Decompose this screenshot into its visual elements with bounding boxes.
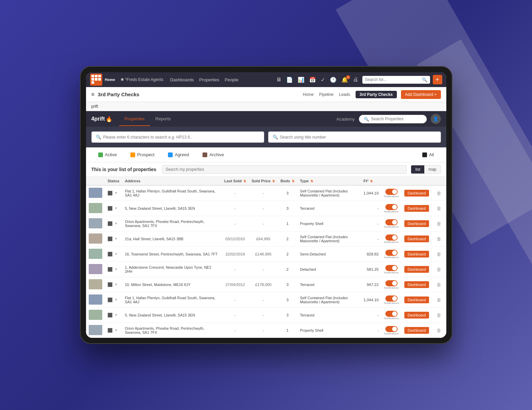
delete-icon[interactable]: 🗑 bbox=[434, 205, 443, 212]
nav-link-properties[interactable]: Properties bbox=[199, 77, 219, 82]
delete-icon[interactable]: 🗑 bbox=[434, 266, 443, 273]
dashboard-button[interactable]: Dashboard bbox=[404, 312, 429, 319]
filter-agreed[interactable]: Agreed bbox=[161, 147, 196, 162]
add-button[interactable]: + bbox=[433, 75, 442, 84]
col-sold-price[interactable]: Sold Price ⇅ bbox=[249, 177, 278, 185]
delete-icon[interactable]: 🗑 bbox=[434, 327, 443, 334]
cell-type: Property Shell bbox=[297, 323, 361, 338]
dashboard-button[interactable]: Dashboard bbox=[404, 235, 429, 242]
nav-link-dashboards[interactable]: Dashboards bbox=[170, 77, 194, 82]
delete-icon[interactable]: 🗑 bbox=[434, 190, 443, 197]
cell-beds: 3 bbox=[278, 308, 297, 323]
cell-dashboard: Dashboard bbox=[402, 262, 432, 277]
top-nav: Home ✱ *Freds Estate Agents Dashboards P… bbox=[86, 72, 446, 87]
cell-sqft: - bbox=[361, 216, 381, 231]
notifications-toggle[interactable] bbox=[385, 280, 398, 286]
status-arrow-icon: ▼ bbox=[114, 191, 118, 195]
list-search-input[interactable] bbox=[166, 167, 403, 172]
sec-nav-3rdparty[interactable]: 3rd Party Checks bbox=[356, 91, 397, 98]
filter-active-label: Active bbox=[105, 152, 117, 157]
dashboard-button[interactable]: Dashboard bbox=[404, 281, 429, 288]
delete-icon[interactable]: 🗑 bbox=[434, 251, 443, 258]
list-view-button[interactable]: list bbox=[411, 165, 424, 173]
tab-reports[interactable]: Reports bbox=[150, 112, 176, 126]
dashboard-button[interactable]: Dashboard bbox=[404, 327, 429, 334]
dashboard-button[interactable]: Dashboard bbox=[404, 220, 429, 227]
properties-table-container[interactable]: Status Address Last Sold ⇅ Sold Price ⇅ … bbox=[86, 177, 446, 338]
document-icon[interactable]: 📄 bbox=[286, 77, 293, 83]
clock-icon[interactable]: 🕐 bbox=[330, 77, 337, 83]
sec-nav-links: Home Pipeline Leads 3rd Party Checks bbox=[303, 91, 397, 98]
sec-nav-title: 3rd Party Checks bbox=[98, 91, 140, 97]
menu-icon[interactable]: ≡ bbox=[91, 91, 94, 98]
sec-nav-leads[interactable]: Leads bbox=[339, 92, 350, 97]
filter-prospect[interactable]: Prospect bbox=[124, 147, 161, 162]
notifications-toggle[interactable] bbox=[385, 234, 398, 241]
check-icon[interactable]: ✓ bbox=[321, 77, 325, 83]
cell-sqft: - bbox=[361, 201, 381, 216]
cell-beds: 3 bbox=[278, 292, 297, 308]
monitor-icon[interactable]: 🖥 bbox=[276, 77, 281, 83]
nav-link-people[interactable]: People bbox=[225, 77, 238, 82]
notifications-toggle[interactable] bbox=[385, 204, 398, 210]
delete-icon[interactable]: 🗑 bbox=[434, 235, 443, 242]
map-view-button[interactable]: map bbox=[424, 165, 440, 173]
tab-properties[interactable]: Properties bbox=[119, 112, 150, 126]
calendar-icon[interactable]: 📅 bbox=[309, 77, 316, 83]
col-address[interactable]: Address bbox=[122, 177, 221, 185]
prift-bar: prift bbox=[86, 102, 446, 111]
cell-notifications: Notifications bbox=[381, 247, 402, 262]
dashboard-button[interactable]: Dashboard bbox=[404, 296, 429, 303]
table-row: ▼ Orion Apartments, Phoebe Road, Pentrec… bbox=[86, 323, 446, 338]
user-avatar[interactable]: 👤 bbox=[431, 114, 441, 124]
delete-icon[interactable]: 🗑 bbox=[434, 281, 443, 288]
col-sqft[interactable]: Ft² ⇅ bbox=[361, 177, 381, 185]
cell-sqft: 828.82 bbox=[361, 247, 381, 262]
filter-all[interactable]: All bbox=[416, 147, 441, 162]
delete-icon[interactable]: 🗑 bbox=[434, 220, 443, 227]
col-type[interactable]: Type ⇅ bbox=[297, 177, 361, 185]
dashboard-button[interactable]: Dashboard bbox=[404, 251, 429, 258]
title-search-input[interactable] bbox=[280, 135, 437, 140]
table-header-row: Status Address Last Sold ⇅ Sold Price ⇅ … bbox=[86, 177, 446, 185]
postcode-search-input[interactable] bbox=[103, 135, 260, 140]
prift-search-icon: 🔍 bbox=[364, 117, 369, 122]
dashboard-button[interactable]: Dashboard bbox=[404, 205, 429, 212]
cell-delete: 🗑 bbox=[432, 247, 446, 262]
dashboard-button[interactable]: Dashboard bbox=[404, 190, 429, 197]
academy-link[interactable]: Academy bbox=[336, 117, 355, 122]
table-row: ▼ Flat 1, Hafan Plentyn, Guildhall Road … bbox=[86, 292, 446, 308]
col-last-sold[interactable]: Last Sold ⇅ bbox=[221, 177, 249, 185]
top-search-input[interactable] bbox=[365, 77, 421, 82]
notifications-label: Notifications bbox=[384, 317, 399, 320]
table-row: ▼ 1, Adderstone Crescent, Newcastle Upon… bbox=[86, 262, 446, 277]
notifications-toggle[interactable] bbox=[385, 326, 398, 332]
col-status[interactable]: Status bbox=[105, 177, 122, 185]
notifications-toggle[interactable] bbox=[385, 295, 398, 302]
cell-dashboard: Dashboard bbox=[402, 231, 432, 247]
chart-icon[interactable]: 📊 bbox=[298, 77, 304, 83]
cell-last-sold: - bbox=[221, 185, 249, 201]
col-beds[interactable]: Beds ⇅ bbox=[278, 177, 297, 185]
prift-search-input[interactable] bbox=[371, 117, 422, 121]
sec-nav-home[interactable]: Home bbox=[303, 92, 314, 97]
sec-nav-pipeline[interactable]: Pipeline bbox=[319, 92, 334, 97]
cell-status: ▼ bbox=[105, 216, 122, 231]
app-logo[interactable] bbox=[90, 74, 102, 86]
notifications-toggle[interactable] bbox=[385, 311, 398, 317]
filter-archive[interactable]: Archive bbox=[196, 147, 231, 162]
notification-icon[interactable]: 🔔 2 bbox=[341, 77, 348, 83]
cell-notifications: Notifications bbox=[381, 185, 402, 201]
delete-icon[interactable]: 🗑 bbox=[434, 312, 443, 319]
filter-active[interactable]: Active bbox=[91, 147, 124, 162]
cell-type: Property Shell bbox=[297, 216, 361, 231]
notifications-toggle[interactable] bbox=[385, 265, 398, 271]
print-icon[interactable]: 🖨 bbox=[353, 77, 358, 83]
notifications-toggle[interactable] bbox=[385, 250, 398, 256]
dashboard-button[interactable]: Dashboard bbox=[404, 266, 429, 273]
status-arrow-icon: ▼ bbox=[114, 283, 118, 286]
notifications-toggle[interactable] bbox=[385, 189, 398, 195]
delete-icon[interactable]: 🗑 bbox=[434, 296, 443, 303]
add-dashboard-button[interactable]: Add Dashboard + bbox=[401, 90, 441, 99]
notifications-toggle[interactable] bbox=[385, 219, 398, 225]
